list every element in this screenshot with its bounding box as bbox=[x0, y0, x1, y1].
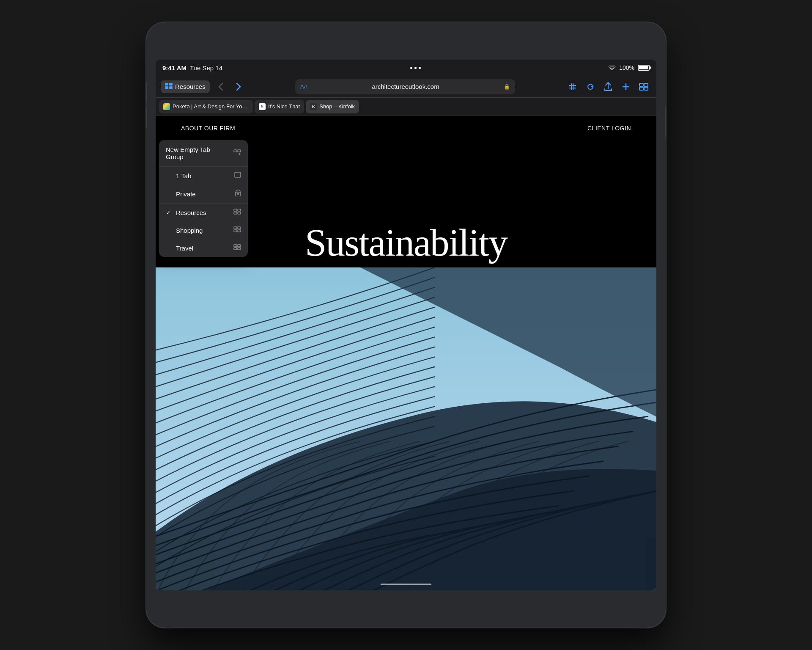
status-bar-right: 100% bbox=[608, 64, 650, 72]
svg-point-20 bbox=[238, 193, 239, 195]
aa-label: AA bbox=[300, 83, 307, 90]
svg-rect-31 bbox=[234, 248, 237, 250]
svg-rect-19 bbox=[235, 172, 241, 177]
tab-favicon-nicehat: N bbox=[259, 103, 266, 110]
tab-favicon-poketo bbox=[163, 103, 170, 110]
volume-up-button[interactable] bbox=[146, 82, 147, 103]
add-tab-button[interactable] bbox=[618, 79, 634, 94]
svg-rect-16 bbox=[238, 150, 241, 152]
toolbar-actions bbox=[565, 79, 651, 94]
tab-nicehat[interactable]: N It's Nice That bbox=[255, 100, 304, 113]
tab-favicon-kinfolk: K bbox=[310, 103, 317, 110]
status-dot-3 bbox=[419, 67, 421, 69]
hero-heading: Sustainability bbox=[305, 220, 507, 265]
shopping-icon bbox=[233, 226, 241, 234]
url-text: architectureoutlook.com bbox=[311, 83, 500, 90]
status-bar-left: 9:41 AM Tue Sep 14 bbox=[162, 64, 222, 72]
svg-rect-2 bbox=[165, 86, 168, 89]
tab-kinfolk[interactable]: K Shop – Kinfolk bbox=[306, 100, 359, 113]
resources-label: Resources bbox=[176, 209, 230, 216]
tabs-bar: Poketo | Art & Design For Your Every Day… bbox=[156, 98, 656, 116]
status-date: Tue Sep 14 bbox=[190, 64, 222, 72]
status-bar-center bbox=[410, 67, 421, 69]
tab-group-label: Resources bbox=[175, 83, 206, 90]
resources-item[interactable]: ✓ Resources bbox=[159, 204, 248, 221]
address-bar[interactable]: AA architectureoutlook.com 🔒 bbox=[295, 79, 515, 94]
forward-button[interactable] bbox=[232, 80, 245, 94]
svg-rect-25 bbox=[234, 227, 237, 229]
battery-fill bbox=[639, 66, 648, 69]
svg-rect-24 bbox=[238, 212, 241, 214]
power-button[interactable] bbox=[665, 107, 666, 137]
share-button[interactable] bbox=[601, 79, 616, 94]
resources-icon bbox=[233, 209, 241, 216]
svg-rect-23 bbox=[234, 212, 237, 214]
tab-title-kinfolk: Shop – Kinfolk bbox=[319, 103, 355, 110]
status-dot-2 bbox=[414, 67, 417, 69]
refresh-button[interactable] bbox=[583, 79, 598, 94]
architecture-svg bbox=[156, 267, 656, 590]
svg-rect-22 bbox=[238, 209, 241, 211]
lock-icon: 🔒 bbox=[504, 84, 510, 90]
battery-percent: 100% bbox=[619, 64, 634, 71]
architecture-image bbox=[156, 267, 656, 590]
svg-rect-21 bbox=[234, 209, 237, 211]
shopping-label: Shopping bbox=[176, 227, 230, 234]
svg-rect-30 bbox=[238, 245, 241, 247]
tab-group-dropdown: New Empty Tab Group 1 Tab bbox=[159, 140, 248, 257]
about-firm-link[interactable]: ABOUT OUR FIRM bbox=[181, 125, 235, 132]
ipad-frame: 9:41 AM Tue Sep 14 100% bbox=[146, 22, 666, 628]
new-tab-group-label: New Empty Tab Group bbox=[166, 146, 229, 160]
new-empty-tab-group-item[interactable]: New Empty Tab Group bbox=[159, 140, 248, 167]
svg-rect-29 bbox=[234, 245, 237, 247]
private-label: Private bbox=[176, 190, 232, 198]
private-icon bbox=[235, 190, 241, 198]
svg-rect-12 bbox=[639, 87, 643, 90]
svg-rect-27 bbox=[234, 230, 237, 232]
svg-rect-1 bbox=[169, 83, 173, 85]
tab-title-poketo: Poketo | Art & Design For Your Every Day bbox=[173, 103, 249, 110]
website-nav: ABOUT OUR FIRM CLIENT LOGIN bbox=[156, 116, 656, 141]
status-bar: 9:41 AM Tue Sep 14 100% bbox=[156, 60, 656, 76]
home-indicator bbox=[381, 584, 431, 585]
svg-rect-11 bbox=[644, 83, 648, 86]
travel-icon bbox=[233, 244, 241, 252]
tab-overview-button[interactable] bbox=[636, 79, 651, 94]
travel-label: Travel bbox=[176, 245, 230, 252]
toolbar-left: Resources bbox=[161, 80, 245, 94]
volume-down-button[interactable] bbox=[146, 107, 147, 128]
website-nav-left: ABOUT OUR FIRM bbox=[181, 125, 235, 132]
hashtag-button[interactable] bbox=[565, 79, 580, 94]
client-login-link[interactable]: CLIENT LOGIN bbox=[587, 125, 631, 132]
battery-icon bbox=[638, 65, 650, 71]
main-content: ABOUT OUR FIRM CLIENT LOGIN Sustainabili… bbox=[156, 116, 656, 590]
shopping-item[interactable]: Shopping bbox=[159, 221, 248, 239]
one-tab-label: 1 Tab bbox=[176, 172, 231, 179]
tab-group-icon bbox=[165, 83, 173, 91]
one-tab-icon bbox=[234, 172, 241, 179]
back-button[interactable] bbox=[214, 80, 228, 94]
private-item[interactable]: Private bbox=[159, 185, 248, 203]
new-tab-group-icon bbox=[233, 149, 241, 157]
status-time: 9:41 AM bbox=[162, 64, 187, 72]
svg-rect-26 bbox=[238, 227, 241, 229]
toolbar-center: AA architectureoutlook.com 🔒 bbox=[250, 79, 561, 94]
toolbar: Resources AA architectureoutlook.com bbox=[156, 76, 656, 98]
resources-checkmark: ✓ bbox=[166, 209, 173, 216]
tab-group-button[interactable]: Resources bbox=[161, 80, 210, 93]
status-dot-1 bbox=[410, 67, 412, 69]
ipad-screen: 9:41 AM Tue Sep 14 100% bbox=[156, 60, 656, 590]
one-tab-item[interactable]: 1 Tab bbox=[159, 167, 248, 185]
svg-rect-0 bbox=[165, 83, 168, 85]
tab-title-nicehat: It's Nice That bbox=[268, 103, 300, 110]
wifi-icon bbox=[608, 64, 616, 72]
svg-rect-3 bbox=[169, 86, 173, 89]
tab-poketo[interactable]: Poketo | Art & Design For Your Every Day bbox=[159, 100, 253, 113]
svg-rect-32 bbox=[238, 248, 241, 250]
travel-item[interactable]: Travel bbox=[159, 239, 248, 257]
svg-rect-28 bbox=[238, 230, 241, 232]
svg-rect-10 bbox=[639, 83, 643, 86]
svg-rect-15 bbox=[234, 150, 237, 152]
svg-rect-13 bbox=[644, 87, 648, 90]
